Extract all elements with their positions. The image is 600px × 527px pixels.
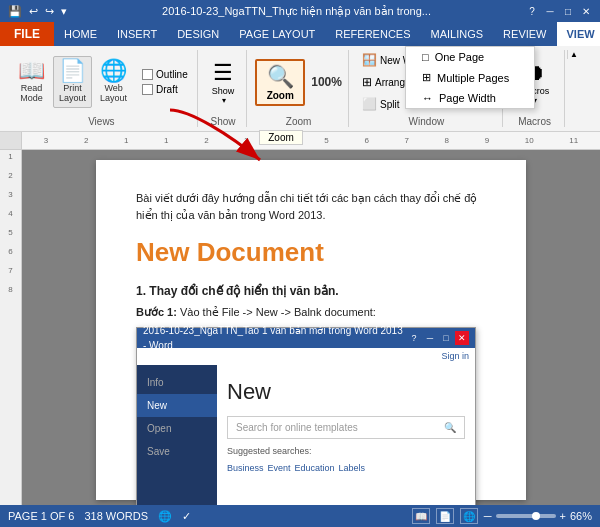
- zoom-controls: ─ + 66%: [484, 510, 592, 522]
- zoom-thumb: [532, 512, 540, 520]
- macros-group-label: Macros: [518, 114, 551, 127]
- menu-bar: FILE HOME INSERT DESIGN PAGE LAYOUT REFE…: [0, 22, 600, 46]
- undo-icon[interactable]: ↩: [27, 5, 40, 18]
- doc-section-1-title: 1. Thay đổi chế độ hiển thị văn bản.: [136, 282, 486, 300]
- nested-nav-save[interactable]: Save: [137, 440, 217, 463]
- nested-close-btn[interactable]: ✕: [455, 331, 469, 345]
- ruler-main: 321 123 456 789 1011: [22, 132, 600, 149]
- multiple-pages-option[interactable]: ⊞ Multiple Pages: [406, 67, 534, 88]
- page-width-label: Page Width: [439, 92, 496, 104]
- nested-nav-new[interactable]: New: [137, 394, 217, 417]
- menu-mailings[interactable]: MAILINGS: [421, 22, 494, 46]
- redo-icon[interactable]: ↪: [43, 5, 56, 18]
- nested-suggested: Suggested searches: Business Event Educa…: [227, 445, 465, 475]
- nested-max-btn[interactable]: □: [439, 331, 453, 345]
- read-mode-label: ReadMode: [20, 84, 43, 104]
- nested-min-btn[interactable]: ─: [423, 331, 437, 345]
- nested-window-controls: ? ─ □ ✕: [407, 331, 469, 345]
- document-page: Bài viết dưới đây hướng dẫn chi tiết tới…: [96, 160, 526, 500]
- nested-suggested-label: Suggested searches:: [227, 445, 465, 459]
- nested-search-placeholder: Search for online templates: [236, 420, 444, 435]
- menu-review[interactable]: REVIEW: [493, 22, 556, 46]
- zoom-slider[interactable]: [496, 514, 556, 518]
- file-menu-button[interactable]: FILE: [0, 22, 54, 46]
- ribbon-scroll-button[interactable]: ▲: [567, 50, 579, 59]
- one-page-option[interactable]: □ One Page: [406, 47, 534, 67]
- step1-label: Bước 1:: [136, 306, 177, 318]
- nested-page-heading: New: [227, 375, 465, 408]
- nested-word-window: 2016-10-23_NgaTTN_Tao 1 văn bản mới tron…: [136, 327, 476, 506]
- web-layout-icon: 🌐: [100, 60, 127, 82]
- minimize-button[interactable]: ─: [542, 3, 558, 19]
- suggested-business[interactable]: Business: [227, 462, 264, 476]
- outline-label: Outline: [156, 69, 188, 80]
- draft-checkbox[interactable]: Draft: [139, 83, 191, 96]
- read-mode-button[interactable]: 📖 ReadMode: [12, 56, 51, 108]
- show-label: Show: [212, 86, 235, 96]
- web-layout-button[interactable]: 🌐 WebLayout: [94, 56, 133, 108]
- nested-nav-info[interactable]: Info: [137, 371, 217, 394]
- zoom-icon: 🔍: [267, 64, 294, 90]
- page-info: PAGE 1 OF 6: [8, 510, 74, 522]
- ruler-corner: [0, 132, 22, 149]
- save-icon[interactable]: 💾: [6, 5, 24, 18]
- page-width-option[interactable]: ↔ Page Width: [406, 88, 534, 108]
- ruler-ticks: 321 123 456 789 1011: [22, 136, 600, 145]
- zoom-plus[interactable]: +: [560, 510, 566, 522]
- maximize-button[interactable]: □: [560, 3, 576, 19]
- zoom-label: Zoom: [267, 90, 294, 101]
- outline-checkbox[interactable]: Outline: [139, 68, 191, 81]
- web-layout-label: WebLayout: [100, 84, 127, 104]
- quick-access-toolbar: 💾 ↩ ↪ ▾: [6, 5, 69, 18]
- zoom-tooltip: Zoom: [259, 130, 303, 145]
- window-group-label: Window: [409, 114, 445, 127]
- read-mode-icon: 📖: [18, 60, 45, 82]
- title-bar: 💾 ↩ ↪ ▾ 2016-10-23_NgaTTN_Thực hiện nhập…: [0, 0, 600, 22]
- nested-nav-open[interactable]: Open: [137, 417, 217, 440]
- new-window-icon: 🪟: [362, 53, 377, 67]
- window-controls: ? ─ □ ✕: [524, 3, 594, 19]
- zoom-minus[interactable]: ─: [484, 510, 492, 522]
- nested-suggested-items: Business Event Education Labels: [227, 462, 465, 476]
- suggested-event[interactable]: Event: [268, 462, 291, 476]
- document-scroll[interactable]: Bài viết dưới đây hướng dẫn chi tiết tới…: [22, 150, 600, 505]
- views-group: 📖 ReadMode 📄 PrintLayout 🌐 WebLayout Out…: [6, 50, 198, 127]
- menu-home[interactable]: HOME: [54, 22, 107, 46]
- menu-design[interactable]: DESIGN: [167, 22, 229, 46]
- read-view-btn[interactable]: 📖: [412, 508, 430, 524]
- menu-view[interactable]: VIEW: [557, 22, 600, 46]
- print-view-btn[interactable]: 📄: [436, 508, 454, 524]
- print-layout-button[interactable]: 📄 PrintLayout: [53, 56, 92, 108]
- dropdown-arrow-icon[interactable]: ▾: [59, 5, 69, 18]
- zoom-group: 🔍 Zoom 100% Zoom Zoom: [249, 50, 349, 127]
- menu-page-layout[interactable]: PAGE LAYOUT: [229, 22, 325, 46]
- menu-references[interactable]: REFERENCES: [325, 22, 420, 46]
- nested-search-box[interactable]: Search for online templates 🔍: [227, 416, 465, 439]
- suggested-education[interactable]: Education: [295, 462, 335, 476]
- page-width-icon: ↔: [422, 92, 433, 104]
- views-group-label: Views: [88, 114, 115, 127]
- multiple-pages-icon: ⊞: [422, 71, 431, 84]
- web-view-btn[interactable]: 🌐: [460, 508, 478, 524]
- nested-window-body: Info New Open Save New Search for online…: [137, 365, 475, 505]
- word-count: 318 WORDS: [84, 510, 148, 522]
- close-button[interactable]: ✕: [578, 3, 594, 19]
- zoom-group-label: Zoom: [286, 114, 312, 127]
- nested-window-title: 2016-10-23_NgaTTN_Tao 1 văn bản mới tron…: [143, 323, 407, 353]
- show-group: ☰ Show ▾ Show: [200, 50, 248, 127]
- views-subgroup: Outline Draft: [139, 68, 191, 96]
- window-dropdown: □ One Page ⊞ Multiple Pages ↔ Page Width: [405, 46, 535, 109]
- show-group-label: Show: [211, 114, 236, 127]
- zoom-button[interactable]: 🔍 Zoom: [255, 59, 305, 106]
- menu-insert[interactable]: INSERT: [107, 22, 167, 46]
- menu-items: HOME INSERT DESIGN PAGE LAYOUT REFERENCE…: [54, 22, 600, 46]
- help-button[interactable]: ?: [524, 3, 540, 19]
- document-area: 1 2 3 4 5 6 7 8 Bài viết dưới đây hướng …: [0, 150, 600, 505]
- suggested-labels[interactable]: Labels: [339, 462, 366, 476]
- show-button[interactable]: ☰ Show ▾: [206, 56, 241, 109]
- print-layout-label: PrintLayout: [59, 84, 86, 104]
- nested-help-btn[interactable]: ?: [407, 331, 421, 345]
- draft-check-icon: [142, 84, 153, 95]
- zoom-level: 66%: [570, 510, 592, 522]
- doc-intro-text: Bài viết dưới đây hướng dẫn chi tiết tới…: [136, 190, 486, 223]
